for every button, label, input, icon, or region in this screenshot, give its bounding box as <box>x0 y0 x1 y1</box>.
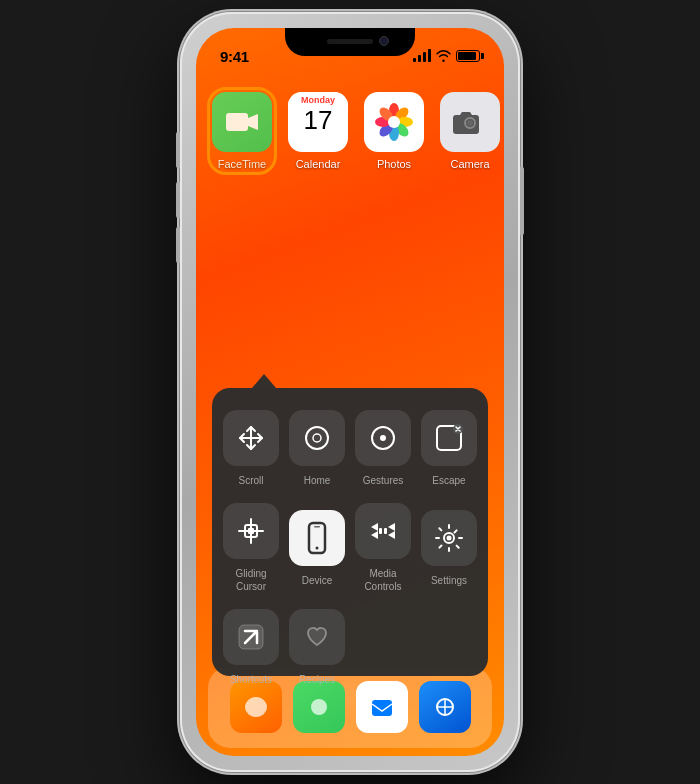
scroll-label: Scroll <box>238 474 263 487</box>
gliding-cursor-icon <box>235 515 267 547</box>
menu-item-settings[interactable]: Settings <box>418 504 480 593</box>
svg-point-30 <box>311 699 327 715</box>
menu-item-device[interactable]: Device <box>286 504 348 593</box>
device-icon-box <box>289 510 345 566</box>
gestures-label: Gestures <box>363 474 404 487</box>
escape-icon-box <box>421 410 477 466</box>
svg-rect-24 <box>314 526 320 528</box>
shortcuts-icon <box>236 622 266 652</box>
scroll-icon <box>236 423 266 453</box>
shortcuts-icon-box <box>223 609 279 665</box>
device-label: Device <box>302 574 333 587</box>
calendar-day: Monday <box>288 92 348 105</box>
home-icon <box>303 424 331 452</box>
svg-rect-26 <box>384 528 387 534</box>
app-item-photos[interactable]: Photos <box>364 92 424 170</box>
dock-app-2-icon <box>304 692 334 722</box>
escape-label: Escape <box>432 474 465 487</box>
gestures-icon-box <box>355 410 411 466</box>
camera-icon <box>440 92 500 152</box>
menu-item-media-controls[interactable]: MediaControls <box>352 497 414 599</box>
svg-point-17 <box>380 435 386 441</box>
home-label: Home <box>304 474 331 487</box>
calendar-label: Calendar <box>296 158 341 170</box>
settings-icon-box <box>421 510 477 566</box>
menu-item-gliding-cursor[interactable]: GlidingCursor <box>220 497 282 599</box>
camera-body-icon <box>453 107 487 137</box>
photos-label: Photos <box>377 158 411 170</box>
notch <box>285 28 415 56</box>
gliding-cursor-icon-box <box>223 503 279 559</box>
dock-app-3-icon <box>367 692 397 722</box>
photos-wheel-icon <box>373 101 415 143</box>
svg-point-11 <box>388 116 400 128</box>
dock-app-4-icon <box>431 693 459 721</box>
escape-icon <box>434 423 464 453</box>
shortcuts-label: Shortcuts <box>230 673 272 686</box>
media-controls-icon-box <box>355 503 411 559</box>
gliding-cursor-label: GlidingCursor <box>235 567 266 593</box>
front-camera <box>379 36 389 46</box>
calendar-icon: Monday 17 <box>288 92 348 152</box>
app-item-calendar[interactable]: Monday 17 Calendar <box>288 92 348 170</box>
menu-item-shortcuts[interactable]: Shortcuts <box>220 603 282 692</box>
recipes-heart-icon <box>303 623 331 651</box>
assistive-touch-menu: Scroll Home <box>212 388 488 676</box>
speaker <box>327 39 373 44</box>
status-icons <box>413 50 480 62</box>
menu-item-recipes[interactable]: Recipes <box>286 603 348 692</box>
svg-point-14 <box>306 427 328 449</box>
status-time: 9:41 <box>220 48 249 65</box>
facetime-highlight <box>207 87 277 175</box>
photos-icon <box>364 92 424 152</box>
device-icon <box>300 521 334 555</box>
wifi-icon <box>436 50 451 62</box>
app-item-camera[interactable]: Camera <box>440 92 500 170</box>
menu-item-home[interactable]: Home <box>286 404 348 493</box>
phone-container: 9:41 <box>180 12 520 772</box>
svg-point-13 <box>467 120 473 126</box>
battery-icon <box>456 50 480 62</box>
menu-item-escape[interactable]: Escape <box>418 404 480 493</box>
menu-item-gestures[interactable]: Gestures <box>352 404 414 493</box>
media-controls-label: MediaControls <box>364 567 401 593</box>
app-item-facetime[interactable]: FaceTime <box>212 92 272 170</box>
dock-icon-3[interactable] <box>356 681 408 733</box>
calendar-date: 17 <box>288 105 348 135</box>
menu-item-scroll[interactable]: Scroll <box>220 404 282 493</box>
gestures-icon <box>369 424 397 452</box>
media-controls-icon <box>367 515 399 547</box>
tooltip-arrow <box>252 374 276 388</box>
recipes-icon-box <box>289 609 345 665</box>
settings-gear-icon <box>433 522 465 554</box>
svg-point-28 <box>447 535 452 540</box>
settings-label: Settings <box>431 574 467 587</box>
dock-app-1-icon <box>241 692 271 722</box>
svg-rect-31 <box>372 700 392 716</box>
recipes-label: Recipes <box>299 673 335 686</box>
home-icon-box <box>289 410 345 466</box>
svg-rect-21 <box>248 528 254 534</box>
camera-label: Camera <box>450 158 489 170</box>
scroll-icon-box <box>223 410 279 466</box>
home-screen: FaceTime Monday 17 Calendar <box>196 72 504 756</box>
svg-point-15 <box>313 434 321 442</box>
dock-icon-4[interactable] <box>419 681 471 733</box>
screen: 9:41 <box>196 28 504 756</box>
signal-icon <box>413 50 431 62</box>
app-grid: FaceTime Monday 17 Calendar <box>196 72 504 190</box>
svg-rect-25 <box>379 528 382 534</box>
